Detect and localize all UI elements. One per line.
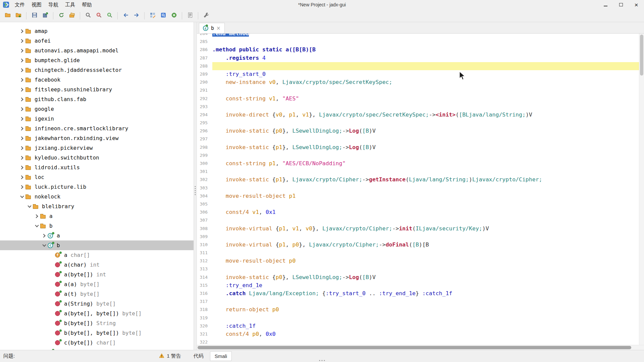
code-line-298[interactable]: 298 invoke-static {p1}, LSewellDingLog;-… (197, 143, 644, 151)
tree-collapsed-arrow-icon[interactable] (18, 30, 25, 33)
tree-collapsed-arrow-icon[interactable] (18, 137, 25, 140)
menu-item-文件[interactable]: 文件 (11, 1, 28, 9)
code-line-311[interactable]: 311 (197, 249, 644, 257)
tree-collapsed-arrow-icon[interactable] (18, 127, 25, 130)
tree-item-lidroid.xutils[interactable]: lidroid.xutils (0, 163, 194, 172)
tree-item-c(byte[])[interactable]: c(byte[]) char[] (0, 338, 194, 348)
tree-item-b(byte[])[interactable]: b(byte[]) String (0, 318, 194, 328)
tree-item-luck.picture.lib[interactable]: luck.picture.lib (0, 182, 194, 192)
tree-item-amap[interactable]: amap (0, 26, 194, 36)
code-line-307[interactable]: 307 (197, 216, 644, 224)
code-line-302[interactable]: 302 invoke-static {p1}, Ljavax/crypto/Ci… (197, 176, 644, 184)
code-line-295[interactable]: 295 (197, 119, 644, 127)
tree-item-jzxiang.pickerview[interactable]: jzxiang.pickerview (0, 143, 194, 153)
tree-item-kyleduo.switchbutton[interactable]: kyleduo.switchbutton (0, 153, 194, 163)
tree-collapsed-arrow-icon[interactable] (18, 49, 25, 52)
tree-item-a(a)[interactable]: a(a) byte[] (0, 279, 194, 289)
tree-item-a(byte[])[interactable]: a(byte[]) int (0, 270, 194, 279)
tree-item-fitsleep.sunshinelibrary[interactable]: fitsleep.sunshinelibrary (0, 85, 194, 94)
code-line-316[interactable]: 316 .catch Ljava/lang/Exception; {:try_s… (197, 289, 644, 298)
code-line-308[interactable]: 308 invoke-virtual {p1, v1, v0}, Ljavax/… (197, 225, 644, 233)
nav-back-button[interactable] (121, 11, 130, 20)
tree-item-jakewharton.rxbinding.view[interactable]: jakewharton.rxbinding.view (0, 133, 194, 143)
tree-item-bumptech.glide[interactable]: bumptech.glide (0, 55, 194, 65)
tree-collapsed-arrow-icon[interactable] (18, 69, 25, 72)
code-line-285[interactable]: 285 (197, 38, 644, 46)
menu-item-导航[interactable]: 导航 (45, 1, 62, 9)
vertical-scrollbar[interactable] (639, 34, 644, 345)
tab-close-icon[interactable]: × (216, 25, 221, 31)
save-all-button[interactable] (30, 11, 39, 20)
tree-item-igexin[interactable]: igexin (0, 114, 194, 124)
code-line-288[interactable]: 288 (197, 62, 644, 70)
reload-button[interactable] (56, 11, 66, 20)
tree-item-blelibrary[interactable]: blelibrary (0, 201, 194, 211)
code-line-296[interactable]: 296 invoke-static {p0}, LSewellDingLog;-… (197, 127, 644, 135)
tree-item-google[interactable]: google (0, 104, 194, 114)
tree-collapsed-arrow-icon[interactable] (18, 88, 25, 91)
code-line-294[interactable]: 294 invoke-direct {v0, p1, v1}, Ljavax/c… (197, 111, 644, 119)
tree-expanded-arrow-icon[interactable] (33, 225, 40, 227)
tree-collapsed-arrow-icon[interactable] (18, 108, 25, 110)
code-line-290[interactable]: 290 new-instance v0, Ljavax/crypto/spec/… (197, 78, 644, 86)
tree-collapsed-arrow-icon[interactable] (18, 79, 25, 81)
tree-item-b[interactable]: b (0, 221, 194, 231)
code-line-322[interactable]: 322 (197, 338, 644, 345)
hscroll-thumb[interactable] (198, 346, 631, 349)
tree-collapsed-arrow-icon[interactable] (18, 186, 25, 188)
deobfuscation-button[interactable] (148, 11, 157, 20)
horizontal-scrollbar[interactable] (197, 345, 644, 350)
tree-item-chingtech.jdaddressselector[interactable]: chingtech.jdaddressselector (0, 65, 194, 75)
panel-splitter[interactable] (194, 22, 197, 350)
editor-tab-b[interactable]: c b × (199, 23, 225, 33)
code-line-289[interactable]: 289 :try_start_0 (197, 70, 644, 78)
tree-item-a(byte[], byte[])[interactable]: a(byte[], byte[]) byte[] (0, 309, 194, 318)
tree-item-facebook[interactable]: facebook (0, 75, 194, 85)
tree-item-a[interactable]: ca (0, 231, 194, 240)
code-line-284[interactable]: 284.end method (197, 34, 644, 38)
code-line-314[interactable]: 314 invoke-static {p0}, LSewellDingLog;-… (197, 273, 644, 281)
menu-item-帮助[interactable]: 帮助 (78, 1, 95, 9)
tree-collapsed-arrow-icon[interactable] (18, 40, 25, 42)
tree-expanded-arrow-icon[interactable] (41, 245, 48, 246)
code-line-300[interactable]: 300 const-string p1, "AES/ECB/NoPadding" (197, 160, 644, 168)
code-line-315[interactable]: 315 :try_end_1e (197, 281, 644, 289)
code-area[interactable]: 284.end method285286.method public stati… (197, 34, 644, 345)
tree-item-b[interactable]: cb (0, 240, 194, 250)
preferences-button[interactable] (201, 11, 211, 20)
tree-item-b(byte[], byte[])[interactable]: b(byte[], byte[]) byte[] (0, 328, 194, 338)
code-line-292[interactable]: 292 const-string v1, "AES" (197, 95, 644, 103)
code-line-317[interactable]: 317 (197, 298, 644, 306)
code-line-299[interactable]: 299 (197, 151, 644, 160)
close-button[interactable]: × (629, 0, 644, 9)
tree-item-a(t)[interactable]: a(t) byte[] (0, 289, 194, 299)
tree-expanded-arrow-icon[interactable] (26, 206, 33, 207)
tree-collapsed-arrow-icon[interactable] (18, 118, 25, 120)
tree-collapsed-arrow-icon[interactable] (18, 166, 25, 169)
tree-collapsed-arrow-icon[interactable] (41, 234, 48, 237)
code-line-310[interactable]: 310 invoke-virtual {p1, p0}, Ljavax/cryp… (197, 241, 644, 249)
nav-forward-button[interactable] (131, 11, 141, 20)
code-line-301[interactable]: 301 (197, 168, 644, 176)
menu-item-视图[interactable]: 视图 (28, 1, 45, 9)
code-line-312[interactable]: 312 move-result-object p0 (197, 257, 644, 265)
tree-item-a(String)[interactable]: a(String) byte[] (0, 299, 194, 309)
tree-item-loc[interactable]: loc (0, 172, 194, 182)
debugger-button[interactable] (169, 11, 179, 20)
quark-button[interactable] (158, 11, 168, 20)
view-tab-代码[interactable]: 代码 (189, 351, 208, 361)
code-line-303[interactable]: 303 (197, 184, 644, 192)
text-search-button[interactable] (83, 11, 93, 20)
tree-item-aofei[interactable]: aofei (0, 36, 194, 46)
code-line-304[interactable]: 304 move-result-object p1 (197, 192, 644, 200)
tree-collapsed-arrow-icon[interactable] (33, 215, 40, 218)
code-line-306[interactable]: 306 const/4 v1, 0x1 (197, 208, 644, 216)
tree-item-infineon.cre.smartlocklibrary[interactable]: infineon.cre.smartlocklibrary (0, 124, 194, 133)
code-line-313[interactable]: 313 (197, 265, 644, 273)
tree-collapsed-arrow-icon[interactable] (18, 59, 25, 62)
bottom-splitter-handle[interactable] (319, 360, 325, 361)
code-line-321[interactable]: 321 const/4 p0, 0x0 (197, 330, 644, 338)
package-tree[interactable]: amapaofeiautonavi.aps.amapapi.modelbumpt… (0, 22, 194, 350)
code-line-286[interactable]: 286.method public static a([B[B)[B (197, 46, 644, 54)
usage-search-button[interactable] (105, 11, 114, 20)
